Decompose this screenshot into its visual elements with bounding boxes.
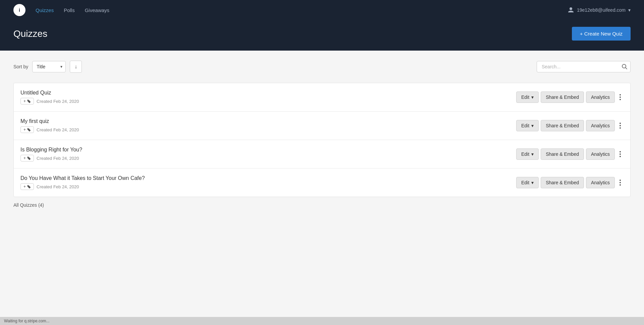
share-embed-button[interactable]: Share & Embed bbox=[541, 120, 584, 131]
quiz-title: Is Blogging Right for You? bbox=[20, 147, 516, 153]
quiz-info: Do You Have What it Takes to Start Your … bbox=[20, 175, 516, 190]
chevron-down-icon: ▾ bbox=[531, 180, 534, 185]
analytics-button[interactable]: Analytics bbox=[586, 148, 615, 160]
user-menu[interactable]: 19e12eb8@uifeed.com ▾ bbox=[568, 7, 631, 13]
add-tag-button[interactable]: + bbox=[20, 155, 34, 161]
table-row: Is Blogging Right for You? + Created Feb… bbox=[14, 140, 630, 169]
table-row: Untitled Quiz + Created Feb 24, 2020 Edi… bbox=[14, 83, 630, 112]
search-button[interactable] bbox=[622, 64, 627, 69]
svg-point-6 bbox=[620, 125, 621, 126]
sort-direction-button[interactable]: ↓ bbox=[70, 61, 82, 73]
add-tag-button[interactable]: + bbox=[20, 98, 34, 105]
more-options-button[interactable] bbox=[617, 150, 624, 158]
user-dropdown-icon: ▾ bbox=[628, 7, 631, 13]
search-wrapper bbox=[537, 61, 631, 72]
quiz-info: My first quiz + Created Feb 24, 2020 bbox=[20, 118, 516, 133]
svg-point-4 bbox=[620, 99, 621, 100]
svg-point-10 bbox=[620, 156, 621, 157]
quiz-meta: + Created Feb 24, 2020 bbox=[20, 98, 516, 105]
nav-quizzes[interactable]: Quizzes bbox=[36, 7, 54, 13]
nav-links: Quizzes Polls Giveaways bbox=[36, 7, 109, 13]
chevron-down-icon: ▾ bbox=[531, 123, 534, 128]
quiz-info: Is Blogging Right for You? + Created Feb… bbox=[20, 147, 516, 161]
sort-controls: Sort by Title Date Name ▾ ↓ bbox=[13, 61, 82, 73]
tag-icon bbox=[27, 99, 31, 103]
svg-point-7 bbox=[620, 127, 621, 129]
quiz-date: Created Feb 24, 2020 bbox=[37, 156, 79, 161]
quiz-meta: + Created Feb 24, 2020 bbox=[20, 183, 516, 190]
edit-button[interactable]: Edit ▾ bbox=[516, 120, 539, 131]
table-row: Do You Have What it Takes to Start Your … bbox=[14, 169, 630, 197]
svg-point-5 bbox=[620, 123, 621, 124]
search-icon bbox=[622, 64, 627, 69]
more-icon bbox=[620, 94, 621, 100]
add-tag-button[interactable]: + bbox=[20, 183, 34, 190]
chevron-down-icon: ▾ bbox=[531, 151, 534, 157]
tag-icon bbox=[27, 156, 31, 160]
more-icon bbox=[620, 180, 621, 186]
analytics-button[interactable]: Analytics bbox=[586, 120, 615, 131]
logo-icon: i bbox=[13, 4, 25, 16]
quiz-count: All Quizzes (4) bbox=[13, 202, 631, 208]
logo[interactable]: i bbox=[13, 4, 25, 16]
sort-select-wrapper: Title Date Name ▾ bbox=[32, 61, 66, 72]
quiz-list: Untitled Quiz + Created Feb 24, 2020 Edi… bbox=[13, 83, 631, 197]
more-options-button[interactable] bbox=[617, 178, 624, 187]
nav-polls[interactable]: Polls bbox=[64, 7, 75, 13]
svg-point-12 bbox=[620, 182, 621, 183]
status-bar: Waiting for q.stripe.com... bbox=[0, 317, 644, 325]
analytics-button[interactable]: Analytics bbox=[586, 177, 615, 188]
edit-button[interactable]: Edit ▾ bbox=[516, 91, 539, 103]
chevron-down-icon: ▾ bbox=[531, 94, 534, 100]
more-options-button[interactable] bbox=[617, 93, 624, 102]
svg-point-8 bbox=[620, 151, 621, 152]
quiz-title: My first quiz bbox=[20, 118, 516, 124]
quiz-date: Created Feb 24, 2020 bbox=[37, 99, 79, 104]
create-quiz-button[interactable]: + Create New Quiz bbox=[572, 27, 631, 41]
quiz-meta: + Created Feb 24, 2020 bbox=[20, 155, 516, 161]
share-embed-button[interactable]: Share & Embed bbox=[541, 148, 584, 160]
more-options-button[interactable] bbox=[617, 121, 624, 130]
quiz-title: Do You Have What it Takes to Start Your … bbox=[20, 175, 516, 181]
svg-point-9 bbox=[620, 153, 621, 155]
navbar: i Quizzes Polls Giveaways 19e12eb8@uifee… bbox=[0, 0, 644, 20]
quiz-actions: Edit ▾ Share & Embed Analytics bbox=[516, 177, 624, 188]
more-icon bbox=[620, 151, 621, 157]
edit-button[interactable]: Edit ▾ bbox=[516, 148, 539, 160]
table-row: My first quiz + Created Feb 24, 2020 Edi… bbox=[14, 112, 630, 140]
page-header: Quizzes + Create New Quiz bbox=[0, 20, 644, 51]
edit-button[interactable]: Edit ▾ bbox=[516, 177, 539, 188]
quiz-info: Untitled Quiz + Created Feb 24, 2020 bbox=[20, 90, 516, 105]
svg-point-11 bbox=[620, 180, 621, 181]
tag-icon bbox=[27, 185, 31, 189]
quiz-meta: + Created Feb 24, 2020 bbox=[20, 126, 516, 133]
status-text: Waiting for q.stripe.com... bbox=[4, 319, 50, 323]
analytics-button[interactable]: Analytics bbox=[586, 91, 615, 103]
nav-giveaways[interactable]: Giveaways bbox=[85, 7, 109, 13]
sort-select[interactable]: Title Date Name bbox=[32, 61, 66, 72]
share-embed-button[interactable]: Share & Embed bbox=[541, 177, 584, 188]
tag-icon bbox=[27, 128, 31, 132]
quiz-actions: Edit ▾ Share & Embed Analytics bbox=[516, 148, 624, 160]
svg-point-2 bbox=[620, 94, 621, 95]
svg-point-3 bbox=[620, 96, 621, 98]
add-tag-button[interactable]: + bbox=[20, 126, 34, 133]
quiz-actions: Edit ▾ Share & Embed Analytics bbox=[516, 120, 624, 131]
search-input[interactable] bbox=[537, 61, 631, 72]
content-area: Sort by Title Date Name ▾ ↓ bbox=[0, 51, 644, 325]
svg-text:i: i bbox=[19, 7, 20, 13]
svg-point-13 bbox=[620, 184, 621, 186]
more-icon bbox=[620, 123, 621, 129]
user-icon bbox=[568, 7, 574, 13]
page-title: Quizzes bbox=[13, 28, 47, 39]
user-email: 19e12eb8@uifeed.com bbox=[577, 7, 626, 13]
toolbar: Sort by Title Date Name ▾ ↓ bbox=[13, 61, 631, 73]
quiz-date: Created Feb 24, 2020 bbox=[37, 127, 79, 132]
quiz-date: Created Feb 24, 2020 bbox=[37, 184, 79, 189]
quiz-title: Untitled Quiz bbox=[20, 90, 516, 96]
sort-label: Sort by bbox=[13, 64, 28, 69]
share-embed-button[interactable]: Share & Embed bbox=[541, 91, 584, 103]
quiz-actions: Edit ▾ Share & Embed Analytics bbox=[516, 91, 624, 103]
